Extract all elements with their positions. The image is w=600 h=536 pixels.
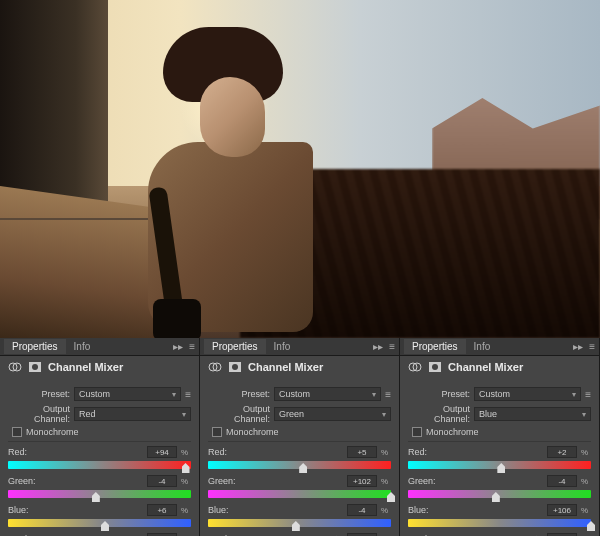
preset-menu-icon[interactable]: ≡ [585,389,591,400]
slider-thumb[interactable] [587,521,595,531]
monochrome-label: Monochrome [26,427,79,437]
menu-icon[interactable]: ≡ [189,341,195,352]
slider-thumb[interactable] [299,463,307,473]
slider-thumb[interactable] [497,463,505,473]
green-slider[interactable] [208,490,391,498]
red-label: Red: [208,447,248,457]
red-value[interactable]: +5 [347,446,377,458]
slider-thumb[interactable] [101,521,109,531]
adjustment-icon [408,360,422,374]
tab-info[interactable]: Info [266,339,299,354]
photo-preview [0,0,600,338]
monochrome-label: Monochrome [426,427,479,437]
red-slider[interactable] [8,461,191,469]
red-label: Red: [8,447,48,457]
preset-select[interactable]: Custom▾ [274,387,381,401]
chevron-down-icon: ▾ [182,410,186,419]
monochrome-checkbox[interactable] [212,427,222,437]
preset-menu-icon[interactable]: ≡ [185,389,191,400]
preset-select[interactable]: Custom▾ [74,387,181,401]
svg-point-3 [32,364,38,370]
blue-value[interactable]: +106 [547,504,577,516]
output-channel-select[interactable]: Green▾ [274,407,391,421]
tab-bar: Properties Info ▸▸ ≡ [400,338,599,356]
percent-label: % [581,448,591,457]
percent-label: % [581,506,591,515]
mask-icon [428,360,442,374]
red-value[interactable]: +94 [147,446,177,458]
output-channel-select[interactable]: Blue▾ [474,407,591,421]
green-value[interactable]: +102 [347,475,377,487]
green-slider[interactable] [8,490,191,498]
chevron-down-icon: ▾ [382,410,386,419]
mask-icon [228,360,242,374]
preset-label: Preset: [408,389,470,399]
green-value[interactable]: -4 [547,475,577,487]
menu-icon[interactable]: ≡ [589,341,595,352]
output-channel-select[interactable]: Red▾ [74,407,191,421]
tab-bar: Properties Info ▸▸ ≡ [0,338,199,356]
slider-thumb[interactable] [292,521,300,531]
preset-select[interactable]: Custom▾ [474,387,581,401]
red-value[interactable]: +2 [547,446,577,458]
green-label: Green: [208,476,248,486]
tab-bar: Properties Info ▸▸ ≡ [200,338,399,356]
channel-mixer-panel: Properties Info ▸▸ ≡ Channel Mixer Prese… [0,338,200,536]
green-slider[interactable] [408,490,591,498]
channel-mixer-panel: Properties Info ▸▸ ≡ Channel Mixer Prese… [200,338,400,536]
monochrome-checkbox[interactable] [12,427,22,437]
blue-label: Blue: [408,505,448,515]
platform [0,186,168,338]
blue-slider[interactable] [8,519,191,527]
collapse-icon[interactable]: ▸▸ [373,341,383,352]
collapse-icon[interactable]: ▸▸ [573,341,583,352]
channel-mixer-panel: Properties Info ▸▸ ≡ Channel Mixer Prese… [400,338,600,536]
blue-value[interactable]: -4 [347,504,377,516]
blue-slider[interactable] [408,519,591,527]
collapse-icon[interactable]: ▸▸ [173,341,183,352]
percent-label: % [381,448,391,457]
chevron-down-icon: ▾ [582,410,586,419]
mask-icon [28,360,42,374]
tab-info[interactable]: Info [466,339,499,354]
panel-title: Channel Mixer [448,361,523,373]
chevron-down-icon: ▾ [572,390,576,399]
percent-label: % [581,477,591,486]
tab-properties[interactable]: Properties [404,339,466,354]
output-channel-label: Output Channel: [8,404,70,424]
red-slider[interactable] [208,461,391,469]
tab-info[interactable]: Info [66,339,99,354]
red-label: Red: [408,447,448,457]
svg-point-11 [432,364,438,370]
preset-label: Preset: [8,389,70,399]
slider-thumb[interactable] [387,492,395,502]
blue-label: Blue: [8,505,48,515]
svg-point-7 [232,364,238,370]
subject-figure [168,27,336,331]
percent-label: % [381,477,391,486]
green-label: Green: [408,476,448,486]
slider-thumb[interactable] [182,463,190,473]
chevron-down-icon: ▾ [372,390,376,399]
tab-properties[interactable]: Properties [204,339,266,354]
blue-value[interactable]: +6 [147,504,177,516]
chevron-down-icon: ▾ [172,390,176,399]
green-value[interactable]: -4 [147,475,177,487]
percent-label: % [181,448,191,457]
menu-icon[interactable]: ≡ [389,341,395,352]
monochrome-label: Monochrome [226,427,279,437]
red-slider[interactable] [408,461,591,469]
panel-title: Channel Mixer [248,361,323,373]
output-channel-label: Output Channel: [408,404,470,424]
preset-menu-icon[interactable]: ≡ [385,389,391,400]
adjustment-icon [8,360,22,374]
monochrome-checkbox[interactable] [412,427,422,437]
slider-thumb[interactable] [492,492,500,502]
preset-label: Preset: [208,389,270,399]
slider-thumb[interactable] [92,492,100,502]
blue-label: Blue: [208,505,248,515]
percent-label: % [181,477,191,486]
green-label: Green: [8,476,48,486]
tab-properties[interactable]: Properties [4,339,66,354]
blue-slider[interactable] [208,519,391,527]
